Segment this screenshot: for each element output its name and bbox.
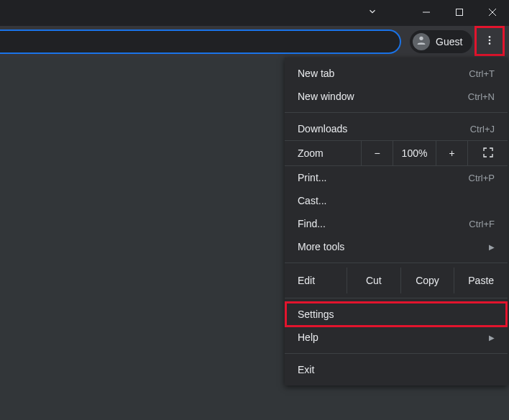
menu-item-exit[interactable]: Exit [285,358,508,381]
menu-item-more-tools[interactable]: More tools ▶ [285,235,508,258]
menu-shortcut: Ctrl+J [470,124,495,134]
minimize-button[interactable] [410,0,443,26]
person-icon [416,35,427,49]
main-menu-button[interactable] [478,30,501,53]
tab-search-button[interactable] [359,0,385,26]
menu-label: New window [298,91,354,102]
menu-label: Zoom [298,147,324,159]
chevron-right-icon: ▶ [489,243,495,251]
plus-icon: + [449,147,454,159]
menu-item-new-window[interactable]: New window Ctrl+N [285,85,508,108]
menu-shortcut: Ctrl+N [468,91,495,102]
avatar [413,33,430,50]
svg-point-5 [489,36,491,38]
edit-paste-button[interactable]: Paste [454,268,508,293]
edit-cut-button[interactable]: Cut [347,268,400,293]
menu-label: Copy [416,275,439,286]
profile-button[interactable]: Guest [410,30,472,53]
svg-point-6 [489,40,491,42]
menu-label: Exit [298,364,314,375]
close-icon [488,6,497,19]
chevron-down-icon [367,6,377,19]
chevron-right-icon: ▶ [489,334,495,342]
menu-shortcut: Ctrl+P [469,173,495,183]
menu-separator [285,298,508,298]
svg-point-7 [489,42,491,45]
menu-label: Edit [298,275,315,286]
maximize-icon [455,6,464,19]
zoom-in-button[interactable]: + [436,140,467,166]
profile-label: Guest [436,36,462,47]
minimize-icon [422,6,431,19]
menu-item-find[interactable]: Find... Ctrl+F [285,212,508,235]
svg-rect-1 [457,9,463,16]
menu-label: Downloads [298,123,347,134]
menu-item-settings[interactable]: Settings [285,303,508,326]
menu-label: Cast... [298,195,326,206]
menu-label: Find... [298,218,326,229]
menu-item-help[interactable]: Help ▶ [285,326,508,349]
menu-item-edit: Edit Cut Copy Paste [285,268,508,293]
menu-shortcut: Ctrl+F [469,219,495,229]
maximize-button[interactable] [443,0,476,26]
kebab-icon [484,35,495,49]
minus-icon: − [374,147,380,159]
menu-label: Settings [298,309,334,320]
menu-item-downloads[interactable]: Downloads Ctrl+J [285,117,508,140]
zoom-value: 100% [393,140,436,166]
menu-item-zoom: Zoom − 100% + [285,140,508,166]
menu-label: New tab [298,68,334,79]
zoom-out-button[interactable]: − [361,140,393,166]
fullscreen-button[interactable] [467,140,508,166]
window-controls [410,0,509,26]
menu-label: Print... [298,172,326,183]
menu-separator [285,353,508,354]
menu-shortcut: Ctrl+T [469,68,495,79]
menu-separator [285,262,508,263]
address-bar[interactable] [0,29,401,54]
menu-item-cast[interactable]: Cast... [285,189,508,212]
menu-item-print[interactable]: Print... Ctrl+P [285,166,508,189]
menu-label: Cut [366,275,382,286]
main-menu: New tab Ctrl+T New window Ctrl+N Downloa… [285,58,508,385]
svg-point-4 [419,37,423,40]
menu-label: More tools [298,241,344,252]
menu-separator [285,112,508,113]
menu-label: Help [298,332,318,343]
menu-label: Paste [468,275,494,286]
fullscreen-icon [482,147,494,160]
edit-copy-button[interactable]: Copy [400,268,454,293]
toolbar: Guest [0,26,509,58]
menu-item-new-tab[interactable]: New tab Ctrl+T [285,62,508,85]
close-window-button[interactable] [476,0,509,26]
